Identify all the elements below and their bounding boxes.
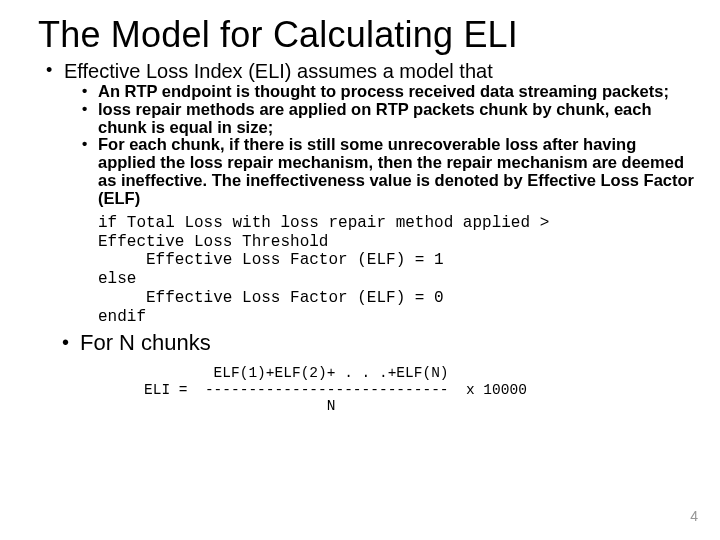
page-number: 4 — [690, 508, 698, 524]
sub-bullet-1: An RTP endpoint is thought to process re… — [98, 83, 696, 101]
slide: The Model for Calculating ELI Effective … — [0, 0, 720, 540]
eli-formula: ELF(1)+ELF(2)+ . . .+ELF(N) ELI = ------… — [144, 365, 696, 415]
intro-bullet: Effective Loss Index (ELI) assumes a mod… — [64, 60, 696, 208]
bullet-list-lvl2: An RTP endpoint is thought to process re… — [64, 83, 696, 208]
bullet-list-lvl1: Effective Loss Index (ELI) assumes a mod… — [24, 60, 696, 208]
pseudocode-block: if Total Loss with loss repair method ap… — [98, 214, 696, 327]
sub-bullet-2: loss repair methods are applied on RTP p… — [98, 101, 696, 137]
for-n-bullet: For N chunks — [80, 331, 696, 355]
slide-title: The Model for Calculating ELI — [38, 14, 696, 56]
sub-bullet-3: For each chunk, if there is still some u… — [98, 136, 696, 207]
bullet-list-for-n: For N chunks — [24, 331, 696, 355]
intro-text: Effective Loss Index (ELI) assumes a mod… — [64, 60, 493, 82]
